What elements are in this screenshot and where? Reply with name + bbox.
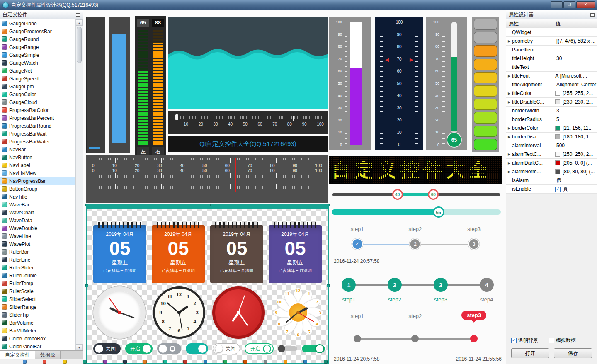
step-progress-widget-2[interactable]: 1234 step1step2step3step4 [334, 272, 502, 309]
scroll-up-icon[interactable]: ▲ [76, 19, 83, 26]
widget-list-item[interactable]: ProgressBarRound [0, 122, 76, 130]
widget-list-item[interactable]: SliderRange [0, 303, 76, 311]
calendar-widget[interactable]: 2019年 04月 05 星期五 己亥猪年三月清明 [152, 225, 205, 283]
widget-list-item[interactable]: ColorComboBox [0, 335, 76, 342]
widget-list-item[interactable]: GaugeNet [0, 67, 76, 75]
property-row[interactable]: ▶ titleColor [255, 255, 2... [506, 89, 597, 98]
widget-list-item[interactable]: ButtonGroup [0, 185, 76, 193]
expand-arrow-icon[interactable]: ▶ [506, 100, 512, 104]
property-value-cell[interactable] [553, 63, 597, 71]
property-row[interactable]: ▶ isAlarm 假 [506, 176, 597, 185]
resize-handle[interactable] [327, 284, 330, 287]
widget-tab-icon[interactable] [223, 360, 227, 364]
property-value-cell[interactable] [553, 28, 597, 36]
widget-list-item[interactable]: WaveData [0, 216, 76, 224]
widget-list-item[interactable]: WaveBar [0, 201, 76, 209]
dual-pointer-gauge-widget[interactable]: 1009080706050403020100 ◀ ▶ [375, 17, 423, 150]
analog-clock-simple[interactable] [93, 286, 146, 339]
widget-list-item[interactable]: ProgressBarWater [0, 138, 76, 146]
flower-clock[interactable]: 121234567891011 [272, 286, 324, 339]
widget-list-item[interactable]: GaugeWatch [0, 59, 76, 67]
toggle-switch[interactable] [278, 346, 297, 351]
analog-clock-numerals[interactable]: 121234567891011 [153, 286, 205, 339]
widget-list-item[interactable]: NavTitle [0, 193, 76, 201]
property-row[interactable]: ▶ borderRadius 5 [506, 115, 597, 124]
property-value-cell[interactable]: [205, 0, 0] (... [553, 159, 597, 167]
expand-arrow-icon[interactable]: ▶ [506, 92, 512, 95]
panel-item-widget[interactable]: 2019年 04月 05 星期五 己亥猪年三月清明 2019年 04月 05 星… [86, 204, 329, 364]
toggle-switch[interactable] [157, 343, 181, 354]
vu-meter-widget[interactable]: 65 88 左 右 [135, 16, 166, 160]
widget-list-item[interactable]: RulerTemp [0, 279, 76, 287]
property-row[interactable]: ▶ QWidget [506, 28, 597, 37]
range-low-handle[interactable]: 40 [392, 189, 403, 200]
toggle-switch[interactable]: 开启 [125, 343, 153, 354]
toolbox-tab[interactable]: 自定义控件 [0, 351, 35, 359]
minimize-button[interactable]: ─ [551, 1, 563, 8]
bool-checkbox[interactable] [555, 187, 561, 192]
step-node[interactable] [411, 335, 419, 342]
widget-tab-icon[interactable] [284, 360, 287, 364]
value-slider-widget[interactable]: 65 [331, 204, 502, 219]
widget-list-item[interactable]: NavLabel [0, 161, 76, 169]
resize-handle[interactable] [85, 284, 88, 287]
property-row[interactable]: ▶ alarmInterval 500 [506, 141, 597, 150]
property-row[interactable]: ▶ borderDisa... [180, 180, 1... [506, 133, 597, 141]
widget-list-item[interactable]: NavProgressBar [0, 177, 76, 185]
expand-arrow-icon[interactable]: ▶ [506, 153, 512, 156]
step-progress-widget-1[interactable]: step1step2step3 ✓23 2016-11-24 20:57:58 [334, 223, 502, 267]
widget-list-item[interactable]: GaugePlane [0, 19, 76, 27]
widget-list-item[interactable]: ColorPanelBar [0, 342, 76, 350]
close-button[interactable]: ✕ [576, 1, 595, 8]
vertical-progress-widget[interactable] [109, 17, 130, 153]
widget-list-item[interactable]: NavBar [0, 146, 76, 153]
widget-tab-icon[interactable] [324, 360, 328, 364]
ruler-progress-widget[interactable]: 102030405060708090100 [168, 111, 328, 134]
widget-list-item[interactable]: RulerBar [0, 248, 76, 256]
design-canvas[interactable]: 65 88 左 右 102030405060708090100 Qt自定义控件大… [83, 10, 506, 364]
property-row[interactable]: ▶ PanelItem [506, 46, 597, 54]
property-value-cell[interactable]: 30 [553, 54, 597, 63]
thermometer-widget[interactable]: 1009080706050403020100 65 [426, 17, 467, 150]
toggle-switch[interactable] [302, 345, 325, 352]
property-value-cell[interactable]: [180, 180, 1... [553, 133, 597, 141]
widget-list-item[interactable]: SliderSelect [0, 295, 76, 303]
property-value-cell[interactable]: 假 [553, 176, 597, 184]
step-node[interactable]: ✓ [352, 238, 363, 250]
range-slider-widget[interactable]: 40 60 [331, 187, 502, 201]
slider-handle[interactable]: 65 [433, 206, 444, 218]
widget-list-item[interactable]: ProgressBarColor [0, 106, 76, 114]
transparent-bg-checkbox[interactable]: 透明背景 [511, 337, 538, 344]
widget-list-item[interactable]: RulerDouble [0, 272, 76, 279]
list-scrollbar[interactable]: ▲ ▼ [75, 19, 83, 350]
property-value-cell[interactable]: A [Microsoft ... [553, 72, 597, 80]
widget-list-item[interactable]: GaugeCloud [0, 98, 76, 106]
analog-clock-red[interactable] [212, 286, 265, 339]
expand-arrow-icon[interactable]: ▶ [506, 161, 512, 165]
double-ruler-widget[interactable]: 0102030405060708090100 01020304050607080… [86, 155, 328, 203]
widget-tab-icon[interactable] [243, 360, 247, 364]
save-button[interactable]: 保存 [554, 348, 592, 358]
widget-list-item[interactable]: RulerLine [0, 256, 76, 264]
toggle-switch[interactable] [186, 343, 208, 354]
expand-arrow-icon[interactable]: ▶ [506, 74, 512, 78]
expand-arrow-icon[interactable]: ▶ [506, 170, 512, 174]
widget-tab-icon[interactable] [264, 360, 267, 364]
property-row[interactable]: ▶ alarmDarkC... [205, 0, 0] (... [506, 159, 597, 167]
widget-list-item[interactable]: RulerScale [0, 287, 76, 295]
property-value-cell[interactable]: [80, 80, 80] (... [553, 167, 597, 176]
widget-list-item[interactable]: ProgressBarWait [0, 130, 76, 138]
widget-list-item[interactable]: GaugeColor [0, 90, 76, 98]
scroll-down-icon[interactable]: ▼ [76, 344, 83, 350]
property-row[interactable]: ▶ alarmNorm... [80, 80, 80] (... [506, 167, 597, 176]
property-value-cell[interactable] [553, 46, 597, 54]
slider-track[interactable] [332, 209, 501, 215]
widget-list-item[interactable]: BarVUMeter [0, 327, 76, 335]
widget-tab-icon[interactable] [123, 360, 127, 364]
property-value-cell[interactable]: [230, 230, 2... [553, 98, 597, 106]
property-value-cell[interactable]: 500 [553, 141, 597, 150]
widget-tab-icon[interactable] [163, 360, 167, 364]
property-value-cell[interactable]: Alignment_Center [553, 80, 597, 89]
property-row[interactable]: ▶ titleHeight 30 [506, 54, 597, 63]
scale-bar-widget[interactable]: 1009080706050403020100 [329, 17, 371, 150]
